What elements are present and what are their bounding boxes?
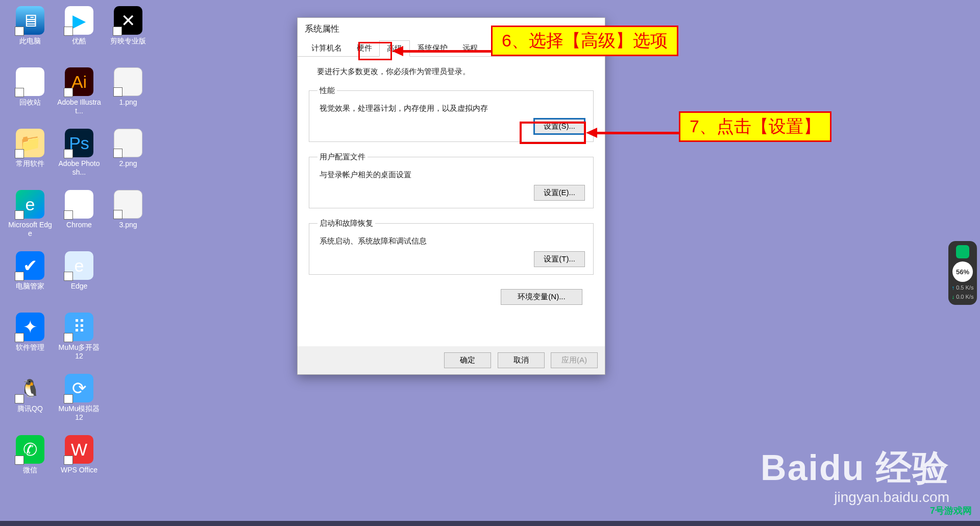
- group-performance: 性能 视觉效果，处理器计划，内存使用，以及虚拟内存 设置(S)...: [309, 86, 594, 142]
- taskbar[interactable]: [0, 521, 980, 526]
- desktop-icon-label: 此电脑: [19, 37, 41, 45]
- tab-0[interactable]: 计算机名: [304, 40, 350, 56]
- desktop-icon-10[interactable]: ◉Chrome: [55, 188, 103, 247]
- desktop-icon-21[interactable]: ✆微信: [6, 433, 54, 492]
- desktop-icon-0[interactable]: 🖥此电脑: [6, 4, 54, 63]
- desktop-icon-label: 1.png: [119, 98, 137, 107]
- callout-step-6: 6、选择【高级】选项: [491, 26, 678, 56]
- desktop-icon-12[interactable]: ✔电脑管家: [6, 249, 54, 308]
- desktop-icon-image: 🐧: [16, 374, 44, 402]
- net-download: 0.0 K/s: [948, 293, 977, 300]
- desktop-icon-18[interactable]: 🐧腾讯QQ: [6, 372, 54, 431]
- dialog-footer: 确定 取消 应用(A): [298, 346, 605, 374]
- cancel-button[interactable]: 取消: [498, 352, 545, 368]
- desktop-icon-image: ◉: [65, 190, 93, 219]
- apply-button[interactable]: 应用(A): [551, 352, 598, 368]
- desktop-icon-label: 3.png: [119, 221, 137, 229]
- tab-3[interactable]: 系统保护: [409, 40, 455, 56]
- desktop-icon-19[interactable]: ⟳MuMu模拟器12: [55, 372, 103, 431]
- desktop-icon-image: ▶: [65, 6, 93, 35]
- desktop-icon-label: MuMu多开器12: [57, 343, 101, 361]
- desktop-icon-label: Adobe Illustrat...: [57, 98, 101, 115]
- tab-2[interactable]: 高级: [379, 40, 410, 57]
- system-properties-dialog: 系统属性 计算机名硬件高级系统保护远程 要进行大多数更改，你必须作为管理员登录。…: [297, 17, 605, 375]
- desktop-icon-6[interactable]: 📁常用软件: [6, 127, 54, 186]
- desktop-icon-label: Edge: [71, 282, 88, 291]
- desktop-icon-image: ⟳: [65, 374, 93, 402]
- desktop-icon-label: 优酷: [72, 37, 86, 45]
- desktop-icon-label: Microsoft Edge: [8, 221, 52, 238]
- desktop-icon-3[interactable]: 🗑回收站: [6, 65, 54, 125]
- cpu-percent: 56%: [952, 261, 973, 282]
- desktop-icon-9[interactable]: eMicrosoft Edge: [6, 188, 54, 247]
- group-startup-legend: 启动和故障恢复: [317, 219, 375, 228]
- desktop-icon-image: ✔: [16, 251, 44, 280]
- desktop-icon-image: 🗑: [16, 67, 44, 96]
- group-startup-desc: 系统启动、系统故障和调试信息: [320, 236, 585, 246]
- desktop-icon-image: e: [65, 251, 93, 280]
- desktop-icon-2[interactable]: ✕剪映专业版: [104, 4, 152, 63]
- desktop-icon-16[interactable]: ⠿MuMu多开器12: [55, 310, 103, 370]
- startup-settings-button[interactable]: 设置(T)...: [534, 251, 585, 267]
- desktop-icon-label: 剪映专业版: [110, 37, 146, 45]
- desktop-icon-image: 🖥: [16, 6, 44, 35]
- desktop-icon-image: [114, 67, 142, 96]
- desktop-icon-4[interactable]: AiAdobe Illustrat...: [55, 65, 103, 125]
- desktop-icon-label: 电脑管家: [16, 282, 44, 291]
- desktop-icon-image: ✕: [114, 6, 142, 35]
- desktop-icon-image: Ps: [65, 129, 93, 157]
- performance-settings-button[interactable]: 设置(S)...: [534, 118, 585, 134]
- desktop-icon-image: [114, 190, 142, 219]
- group-performance-legend: 性能: [317, 86, 337, 95]
- desktop-icon-image: e: [16, 190, 44, 219]
- tab-advanced-content: 要进行大多数更改，你必须作为管理员登录。 性能 视觉效果，处理器计划，内存使用，…: [298, 57, 605, 311]
- group-startup-recovery: 启动和故障恢复 系统启动、系统故障和调试信息 设置(T)...: [309, 219, 594, 275]
- desktop-icon-label: 腾讯QQ: [17, 404, 43, 413]
- shield-icon: [956, 245, 969, 258]
- desktop-icon-image: 📁: [16, 129, 44, 157]
- user-profile-settings-button[interactable]: 设置(E)...: [534, 185, 585, 201]
- desktop-icon-label: 2.png: [119, 159, 137, 168]
- desktop-icon-5[interactable]: 1.png: [104, 65, 152, 125]
- corner-watermark: 7号游戏网: [930, 505, 972, 517]
- group-user-profile-desc: 与登录帐户相关的桌面设置: [320, 170, 585, 180]
- desktop-icons-grid: 🖥此电脑▶优酷✕剪映专业版🗑回收站AiAdobe Illustrat...1.p…: [6, 4, 152, 492]
- tab-1[interactable]: 硬件: [349, 40, 380, 56]
- desktop-icon-image: ⠿: [65, 313, 93, 341]
- desktop-icon-11[interactable]: 3.png: [104, 188, 152, 247]
- desktop-icon-label: WPS Office: [61, 466, 97, 474]
- desktop-icon-label: 常用软件: [16, 159, 44, 168]
- desktop-icon-8[interactable]: 2.png: [104, 127, 152, 186]
- group-performance-desc: 视觉效果，处理器计划，内存使用，以及虚拟内存: [320, 104, 585, 113]
- group-user-profile-legend: 用户配置文件: [317, 152, 368, 162]
- ok-button[interactable]: 确定: [444, 352, 491, 368]
- tab-4[interactable]: 远程: [455, 40, 485, 56]
- system-monitor-widget[interactable]: 56% 0.5 K/s 0.0 K/s: [948, 241, 977, 305]
- desktop-icon-label: Adobe Photosh...: [57, 159, 101, 177]
- desktop-icon-22[interactable]: WWPS Office: [55, 433, 103, 492]
- net-upload: 0.5 K/s: [948, 284, 977, 291]
- desktop-icon-13[interactable]: eEdge: [55, 249, 103, 308]
- watermark-text-1: Baidu 经验: [761, 444, 949, 492]
- desktop-icon-label: MuMu模拟器12: [57, 404, 101, 422]
- desktop-icon-label: 回收站: [19, 98, 41, 107]
- desktop-icon-image: W: [65, 435, 93, 464]
- admin-note: 要进行大多数更改，你必须作为管理员登录。: [317, 67, 594, 77]
- desktop-icon-label: Chrome: [66, 221, 92, 229]
- desktop-icon-1[interactable]: ▶优酷: [55, 4, 103, 63]
- desktop-icon-image: ✦: [16, 313, 44, 341]
- watermark-baidu: Baidu 经验 jingyan.baidu.com: [761, 444, 949, 506]
- desktop-icon-label: 微信: [23, 466, 37, 474]
- desktop-icon-7[interactable]: PsAdobe Photosh...: [55, 127, 103, 186]
- desktop-icon-label: 软件管理: [16, 343, 44, 352]
- desktop-icon-15[interactable]: ✦软件管理: [6, 310, 54, 370]
- callout-step-7: 7、点击【设置】: [679, 111, 831, 142]
- environment-variables-button[interactable]: 环境变量(N)...: [501, 289, 582, 305]
- desktop-icon-image: [114, 129, 142, 157]
- desktop-icon-image: Ai: [65, 67, 93, 96]
- group-user-profile: 用户配置文件 与登录帐户相关的桌面设置 设置(E)...: [309, 152, 594, 208]
- desktop-icon-image: ✆: [16, 435, 44, 464]
